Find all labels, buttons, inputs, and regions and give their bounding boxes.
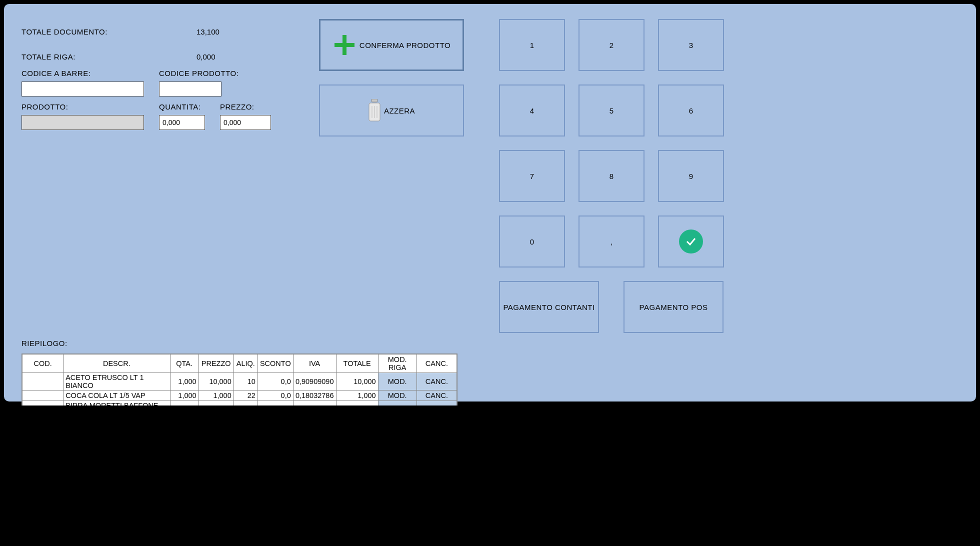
key-6[interactable]: 6	[658, 84, 724, 136]
cell-cod	[22, 401, 64, 406]
confirm-product-button[interactable]: CONFERMA PRODOTTO	[319, 19, 464, 71]
cell-canc[interactable]: CANC.	[416, 390, 456, 401]
cell-mod[interactable]: MOD.	[378, 390, 416, 401]
col-header[interactable]: SCONTO	[258, 354, 293, 373]
col-header[interactable]: IVA	[293, 354, 336, 373]
cell-iva: 0,18032786	[293, 390, 336, 401]
col-header[interactable]: QTA.	[170, 354, 198, 373]
cell-aliq: 22	[234, 401, 258, 406]
col-header[interactable]: PREZZO	[198, 354, 234, 373]
barcode-label: CODICE A BARRE:	[22, 69, 144, 78]
confirm-product-label: CONFERMA PRODOTTO	[360, 41, 450, 50]
summary-table: COD.DESCR.QTA.PREZZOALIQ.SCONTOIVATOTALE…	[22, 354, 457, 406]
cell-descr: COCA COLA LT 1/5 VAP	[64, 390, 170, 401]
summary-label: RIEPILOGO:	[22, 339, 958, 348]
cell-totale: 1,300	[336, 401, 378, 406]
svg-rect-0	[372, 99, 378, 102]
cell-mod[interactable]: MOD.	[378, 373, 416, 390]
cell-prezzo: 1,000	[198, 390, 234, 401]
cell-prezzo: 10,000	[198, 373, 234, 390]
col-header[interactable]: MOD. RIGA	[378, 354, 416, 373]
barcode-input[interactable]	[22, 82, 144, 96]
cell-qta: 1,000	[170, 373, 198, 390]
pay-cash-button[interactable]: PAGAMENTO CONTANTI	[499, 281, 599, 333]
price-label: PREZZO:	[220, 102, 271, 111]
qty-input[interactable]	[159, 115, 205, 130]
row-total-value: 0,000	[196, 52, 216, 61]
col-header[interactable]: CANC.	[416, 354, 456, 373]
key-5[interactable]: 5	[578, 84, 644, 136]
cell-cod	[22, 373, 64, 390]
product-input[interactable]	[22, 115, 144, 130]
cell-descr: BIRRA MORETTI BAFFONE 0,66	[64, 401, 170, 406]
key-2[interactable]: 2	[578, 19, 644, 71]
cell-iva: 0,90909090	[293, 373, 336, 390]
table-row: COCA COLA LT 1/5 VAP1,0001,000220,00,180…	[22, 390, 457, 401]
cell-iva: 0,23442622	[293, 401, 336, 406]
cell-qta: 1,000	[170, 390, 198, 401]
cell-mod[interactable]: MOD.	[378, 401, 416, 406]
cell-totale: 10,000	[336, 373, 378, 390]
cell-sconto: 0,0	[258, 401, 293, 406]
col-header[interactable]: COD.	[22, 354, 64, 373]
pos-app: TOTALE DOCUMENTO: 13,100 TOTALE RIGA: 0,…	[4, 4, 976, 402]
key-8[interactable]: 8	[578, 150, 644, 202]
reset-label: AZZERA	[384, 106, 415, 115]
key-4[interactable]: 4	[499, 84, 565, 136]
prodcode-label: CODICE PRODOTTO:	[159, 69, 238, 78]
cell-canc[interactable]: CANC.	[416, 373, 456, 390]
price-input[interactable]	[220, 115, 271, 130]
table-row: ACETO ETRUSCO LT 1 BIANCO1,00010,000100,…	[22, 373, 457, 390]
col-header[interactable]: ALIQ.	[234, 354, 258, 373]
check-icon	[679, 230, 703, 254]
cell-sconto: 0,0	[258, 390, 293, 401]
table-row: BIRRA MORETTI BAFFONE 0,661,0001,300220,…	[22, 401, 457, 406]
key-7[interactable]: 7	[499, 150, 565, 202]
cell-qta: 1,000	[170, 401, 198, 406]
cell-aliq: 22	[234, 390, 258, 401]
keypad: 1 2 3 4 5 6 7 8 9 0 ,	[499, 19, 732, 268]
cell-cod	[22, 390, 64, 401]
doc-total-value: 13,100	[196, 28, 220, 36]
qty-label: QUANTITA:	[159, 102, 205, 111]
row-total-label: TOTALE RIGA:	[22, 52, 196, 61]
col-header[interactable]: TOTALE	[336, 354, 378, 373]
cell-aliq: 10	[234, 373, 258, 390]
product-label: PRODOTTO:	[22, 102, 144, 111]
key-9[interactable]: 9	[658, 150, 724, 202]
key-3[interactable]: 3	[658, 19, 724, 71]
pay-cash-label: PAGAMENTO CONTANTI	[503, 303, 594, 312]
cell-totale: 1,000	[336, 390, 378, 401]
cell-canc[interactable]: CANC.	[416, 401, 456, 406]
doc-total-label: TOTALE DOCUMENTO:	[22, 28, 196, 36]
prodcode-input[interactable]	[159, 82, 222, 96]
trash-icon	[368, 99, 381, 122]
key-0[interactable]: 0	[499, 216, 565, 268]
key-comma[interactable]: ,	[578, 216, 644, 268]
summary-table-wrap: COD.DESCR.QTA.PREZZOALIQ.SCONTOIVATOTALE…	[22, 354, 458, 406]
pay-pos-button[interactable]: PAGAMENTO POS	[624, 281, 724, 333]
reset-button[interactable]: AZZERA	[319, 84, 464, 136]
key-confirm[interactable]	[658, 216, 724, 268]
col-header[interactable]: DESCR.	[64, 354, 170, 373]
plus-icon	[332, 33, 356, 57]
cell-sconto: 0,0	[258, 373, 293, 390]
cell-prezzo: 1,300	[198, 401, 234, 406]
pay-pos-label: PAGAMENTO POS	[640, 303, 708, 312]
key-1[interactable]: 1	[499, 19, 565, 71]
cell-descr: ACETO ETRUSCO LT 1 BIANCO	[64, 373, 170, 390]
